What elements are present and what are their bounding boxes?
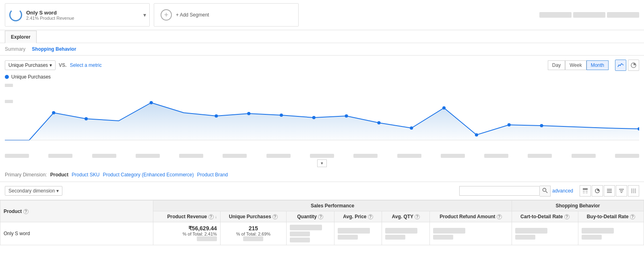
col-header-avg-qty: Avg. QTY ?: [382, 211, 430, 222]
vs-label: VS.: [59, 62, 66, 68]
segment-item[interactable]: Only S word 2.41% Product Revenue ▾: [5, 3, 150, 27]
view-pie-button[interactable]: [592, 185, 603, 196]
segment-bar: Only S word 2.41% Product Revenue ▾ + + …: [0, 0, 644, 30]
cart-blurred-1: [515, 228, 547, 234]
col-header-revenue: Product Revenue ? ↓: [153, 211, 221, 222]
qty-blurred-3: [290, 238, 310, 242]
col-buy-rate-label: Buy-to-Detail Rate: [587, 214, 629, 219]
buy-blurred: [582, 228, 640, 240]
col-avg-qty-help[interactable]: ?: [415, 214, 420, 219]
shopping-behavior-header: Shopping Behavior: [512, 201, 644, 211]
table-controls: Secondary dimension advanced: [0, 182, 644, 200]
refund-blurred-2: [433, 235, 453, 240]
top-right-blurred-1: [539, 12, 572, 18]
columns-icon: [631, 188, 636, 194]
col-quantity-help[interactable]: ?: [318, 214, 323, 219]
cell-refund: [430, 222, 512, 245]
top-right-blurred-2: [573, 12, 605, 18]
x-label-15: [615, 154, 639, 158]
data-table: Product ? Sales Performance Shopping Beh…: [0, 200, 644, 245]
advanced-link[interactable]: advanced: [552, 188, 573, 194]
col-purchases-help[interactable]: ?: [272, 214, 278, 219]
col-header-purchases: Unique Purchases ?: [220, 211, 286, 222]
chart-type-buttons: [615, 60, 639, 71]
product-name-text: Only S word: [4, 231, 30, 236]
x-label-7: [266, 154, 291, 158]
primary-dim-label: Primary Dimension:: [5, 172, 47, 178]
tab-summary[interactable]: Summary: [5, 46, 25, 52]
refund-blurred: [433, 228, 508, 240]
svg-point-9: [377, 121, 380, 124]
refund-blurred-1: [433, 228, 465, 234]
x-label-13: [528, 154, 552, 158]
top-right-blurred-3: [607, 12, 639, 18]
primary-dim-category[interactable]: Product Category (Enhanced Ecommerce): [103, 172, 194, 178]
view-column-button[interactable]: [628, 185, 639, 196]
explorer-tab-bar: Explorer: [0, 30, 644, 43]
pie-chart-icon: [630, 62, 637, 68]
table-search-button[interactable]: [540, 186, 551, 196]
add-segment-label: + Add Segment: [176, 12, 209, 18]
period-day[interactable]: Day: [548, 60, 565, 70]
svg-point-10: [410, 126, 413, 130]
table-row: Only S word ₹56,629.44 % of Total: 2.41%…: [0, 222, 644, 245]
view-filter-button[interactable]: [616, 185, 627, 196]
col-revenue-sort[interactable]: ↓: [215, 215, 217, 219]
secondary-dim-chevron: [56, 188, 59, 194]
view-table-button[interactable]: [580, 185, 591, 196]
col-cart-rate-help[interactable]: ?: [564, 214, 570, 219]
buy-blurred-2: [582, 235, 602, 240]
svg-point-11: [442, 106, 446, 110]
select-metric-link[interactable]: Select a metric: [70, 62, 101, 68]
list-view-icon: [607, 188, 612, 194]
col-buy-rate-help[interactable]: ?: [630, 214, 635, 219]
primary-dim-sku[interactable]: Product SKU: [72, 172, 99, 178]
svg-point-5: [247, 112, 250, 115]
price-blurred: [338, 228, 379, 240]
pie-chart-button[interactable]: [628, 60, 639, 71]
col-refund-help[interactable]: ?: [497, 214, 502, 219]
line-chart-svg: [5, 81, 639, 145]
period-week[interactable]: Week: [565, 60, 586, 70]
x-label-6: [223, 154, 247, 158]
line-chart-button[interactable]: [615, 60, 626, 71]
add-icon: +: [161, 9, 172, 21]
search-icon: [542, 188, 548, 193]
buy-blurred-1: [582, 228, 614, 234]
tab-explorer[interactable]: Explorer: [5, 31, 37, 43]
x-label-5: [179, 154, 203, 158]
x-label-12: [484, 154, 508, 158]
x-axis-labels: [0, 153, 644, 159]
col-avg-price-help[interactable]: ?: [368, 214, 373, 219]
cell-buy-rate: [578, 222, 644, 245]
metric-select[interactable]: Unique Purchases: [5, 60, 56, 70]
avgqty-blurred-2: [385, 235, 405, 240]
purchases-sub: % of Total: 2.69%: [224, 232, 283, 236]
svg-line-20: [546, 191, 547, 193]
legend-dot: [5, 75, 9, 79]
col-quantity-label: Quantity: [297, 214, 317, 219]
col-product-help[interactable]: ?: [23, 209, 29, 214]
col-avg-qty-label: Avg. QTY: [392, 214, 413, 219]
tab-shopping-behavior[interactable]: Shopping Behavior: [32, 46, 76, 52]
revenue-sub2: [157, 236, 217, 242]
pie-view-icon: [594, 188, 600, 194]
secondary-dimension-button[interactable]: Secondary dimension: [5, 186, 62, 196]
view-list-button[interactable]: [604, 185, 615, 196]
col-revenue-help[interactable]: ?: [208, 214, 214, 219]
segment-dropdown-icon[interactable]: ▾: [143, 12, 146, 18]
svg-point-12: [475, 133, 478, 136]
svg-rect-22: [583, 190, 585, 192]
primary-dim-brand[interactable]: Product Brand: [197, 172, 228, 178]
chart-collapse-button[interactable]: ▾: [317, 159, 327, 167]
svg-rect-21: [583, 188, 588, 190]
chart-legend: Unique Purchases: [0, 72, 644, 81]
add-segment-button[interactable]: + + Add Segment: [154, 3, 299, 27]
period-month[interactable]: Month: [586, 60, 609, 70]
revenue-sub1: % of Total: 2.41%: [157, 232, 217, 236]
table-search-input[interactable]: [459, 186, 540, 196]
col-header-avg-price: Avg. Price ?: [334, 211, 382, 222]
cell-revenue: ₹56,629.44 % of Total: 2.41%: [153, 222, 221, 245]
cell-avg-qty: [382, 222, 430, 245]
svg-point-8: [345, 114, 348, 118]
